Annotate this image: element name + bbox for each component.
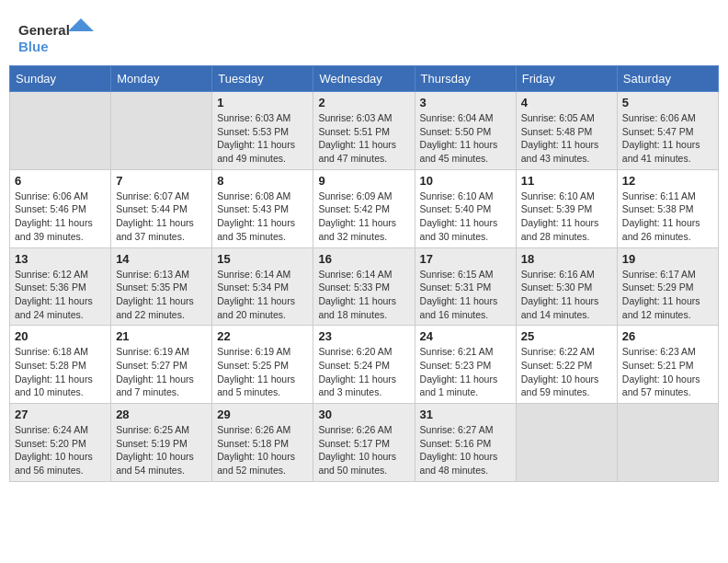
svg-text:Blue: Blue: [18, 39, 49, 54]
calendar-cell: 13Sunrise: 6:12 AMSunset: 5:36 PMDayligh…: [10, 247, 111, 326]
day-number: 15: [217, 252, 308, 266]
day-info: Sunrise: 6:12 AMSunset: 5:36 PMDaylight:…: [15, 268, 106, 322]
calendar-week-row: 1Sunrise: 6:03 AMSunset: 5:53 PMDaylight…: [10, 92, 719, 170]
day-number: 7: [116, 174, 207, 188]
calendar-cell: 25Sunrise: 6:22 AMSunset: 5:22 PMDayligh…: [516, 326, 617, 404]
calendar-cell: 28Sunrise: 6:25 AMSunset: 5:19 PMDayligh…: [111, 404, 212, 482]
calendar-cell: 6Sunrise: 6:06 AMSunset: 5:46 PMDaylight…: [10, 169, 111, 247]
calendar-week-row: 13Sunrise: 6:12 AMSunset: 5:36 PMDayligh…: [10, 247, 719, 326]
day-info: Sunrise: 6:07 AMSunset: 5:44 PMDaylight:…: [116, 190, 207, 244]
day-info: Sunrise: 6:22 AMSunset: 5:22 PMDaylight:…: [521, 345, 612, 399]
logo: General Blue: [18, 17, 101, 58]
day-info: Sunrise: 6:23 AMSunset: 5:21 PMDaylight:…: [622, 345, 713, 399]
weekday-header-tuesday: Tuesday: [212, 66, 313, 92]
day-number: 18: [521, 252, 612, 266]
calendar-cell: 5Sunrise: 6:06 AMSunset: 5:47 PMDaylight…: [617, 92, 718, 170]
calendar-week-row: 20Sunrise: 6:18 AMSunset: 5:28 PMDayligh…: [10, 326, 719, 404]
weekday-header-monday: Monday: [111, 66, 212, 92]
day-number: 29: [217, 408, 308, 421]
calendar-cell: 20Sunrise: 6:18 AMSunset: 5:28 PMDayligh…: [10, 326, 111, 404]
page-header: General Blue: [9, 9, 719, 62]
day-number: 5: [622, 96, 713, 109]
day-number: 22: [217, 329, 308, 343]
calendar-cell: 14Sunrise: 6:13 AMSunset: 5:35 PMDayligh…: [111, 247, 212, 326]
calendar-cell: 23Sunrise: 6:20 AMSunset: 5:24 PMDayligh…: [313, 326, 415, 404]
weekday-header-row: SundayMondayTuesdayWednesdayThursdayFrid…: [10, 66, 719, 92]
day-number: 12: [622, 174, 713, 188]
weekday-header-sunday: Sunday: [10, 66, 111, 92]
calendar-cell: 10Sunrise: 6:10 AMSunset: 5:40 PMDayligh…: [415, 169, 516, 247]
day-number: 30: [318, 408, 409, 421]
day-number: 26: [622, 329, 713, 343]
weekday-header-saturday: Saturday: [617, 66, 718, 92]
calendar-cell: [516, 404, 617, 482]
day-info: Sunrise: 6:11 AMSunset: 5:38 PMDaylight:…: [622, 190, 713, 244]
day-info: Sunrise: 6:04 AMSunset: 5:50 PMDaylight:…: [420, 111, 511, 166]
day-info: Sunrise: 6:17 AMSunset: 5:29 PMDaylight:…: [622, 268, 713, 322]
day-info: Sunrise: 6:16 AMSunset: 5:30 PMDaylight:…: [521, 268, 612, 322]
logo-svg: General Blue: [18, 17, 101, 58]
day-info: Sunrise: 6:24 AMSunset: 5:20 PMDaylight:…: [15, 423, 106, 477]
calendar-cell: 26Sunrise: 6:23 AMSunset: 5:21 PMDayligh…: [617, 326, 718, 404]
calendar-cell: 8Sunrise: 6:08 AMSunset: 5:43 PMDaylight…: [212, 169, 313, 247]
day-number: 23: [318, 329, 409, 343]
day-info: Sunrise: 6:18 AMSunset: 5:28 PMDaylight:…: [15, 345, 106, 399]
calendar-cell: 24Sunrise: 6:21 AMSunset: 5:23 PMDayligh…: [415, 326, 516, 404]
day-number: 25: [521, 329, 612, 343]
day-number: 17: [420, 252, 511, 266]
day-number: 24: [420, 329, 511, 343]
day-number: 9: [318, 174, 409, 188]
calendar-cell: 17Sunrise: 6:15 AMSunset: 5:31 PMDayligh…: [415, 247, 516, 326]
day-info: Sunrise: 6:27 AMSunset: 5:16 PMDaylight:…: [420, 423, 511, 477]
calendar-cell: 2Sunrise: 6:03 AMSunset: 5:51 PMDaylight…: [313, 92, 415, 170]
day-number: 28: [116, 408, 207, 421]
day-info: Sunrise: 6:09 AMSunset: 5:42 PMDaylight:…: [318, 190, 409, 244]
calendar-cell: 1Sunrise: 6:03 AMSunset: 5:53 PMDaylight…: [212, 92, 313, 170]
day-info: Sunrise: 6:06 AMSunset: 5:47 PMDaylight:…: [622, 111, 713, 166]
day-info: Sunrise: 6:03 AMSunset: 5:51 PMDaylight:…: [318, 111, 409, 166]
calendar-cell: 15Sunrise: 6:14 AMSunset: 5:34 PMDayligh…: [212, 247, 313, 326]
day-number: 14: [116, 252, 207, 266]
day-info: Sunrise: 6:19 AMSunset: 5:25 PMDaylight:…: [217, 345, 308, 399]
calendar-week-row: 27Sunrise: 6:24 AMSunset: 5:20 PMDayligh…: [10, 404, 719, 482]
calendar-cell: 22Sunrise: 6:19 AMSunset: 5:25 PMDayligh…: [212, 326, 313, 404]
calendar-cell: 31Sunrise: 6:27 AMSunset: 5:16 PMDayligh…: [415, 404, 516, 482]
day-number: 10: [420, 174, 511, 188]
day-number: 27: [15, 408, 106, 421]
day-info: Sunrise: 6:15 AMSunset: 5:31 PMDaylight:…: [420, 268, 511, 322]
day-number: 20: [15, 329, 106, 343]
day-info: Sunrise: 6:14 AMSunset: 5:34 PMDaylight:…: [217, 268, 308, 322]
day-info: Sunrise: 6:26 AMSunset: 5:17 PMDaylight:…: [318, 423, 409, 477]
day-info: Sunrise: 6:05 AMSunset: 5:48 PMDaylight:…: [521, 111, 612, 166]
calendar-cell: 9Sunrise: 6:09 AMSunset: 5:42 PMDaylight…: [313, 169, 415, 247]
day-info: Sunrise: 6:26 AMSunset: 5:18 PMDaylight:…: [217, 423, 308, 477]
day-info: Sunrise: 6:10 AMSunset: 5:40 PMDaylight:…: [420, 190, 511, 244]
day-number: 1: [217, 96, 308, 109]
calendar-cell: 21Sunrise: 6:19 AMSunset: 5:27 PMDayligh…: [111, 326, 212, 404]
day-number: 2: [318, 96, 409, 109]
day-number: 8: [217, 174, 308, 188]
calendar-cell: 30Sunrise: 6:26 AMSunset: 5:17 PMDayligh…: [313, 404, 415, 482]
day-number: 31: [420, 408, 511, 421]
calendar-cell: [10, 92, 111, 170]
day-info: Sunrise: 6:10 AMSunset: 5:39 PMDaylight:…: [521, 190, 612, 244]
day-number: 21: [116, 329, 207, 343]
calendar-cell: [617, 404, 718, 482]
day-info: Sunrise: 6:21 AMSunset: 5:23 PMDaylight:…: [420, 345, 511, 399]
day-number: 13: [15, 252, 106, 266]
day-number: 3: [420, 96, 511, 109]
day-number: 11: [521, 174, 612, 188]
svg-marker-1: [68, 18, 94, 31]
day-info: Sunrise: 6:03 AMSunset: 5:53 PMDaylight:…: [217, 111, 308, 166]
calendar-cell: 3Sunrise: 6:04 AMSunset: 5:50 PMDaylight…: [415, 92, 516, 170]
calendar-week-row: 6Sunrise: 6:06 AMSunset: 5:46 PMDaylight…: [10, 169, 719, 247]
day-info: Sunrise: 6:08 AMSunset: 5:43 PMDaylight:…: [217, 190, 308, 244]
calendar-cell: 18Sunrise: 6:16 AMSunset: 5:30 PMDayligh…: [516, 247, 617, 326]
calendar-cell: 16Sunrise: 6:14 AMSunset: 5:33 PMDayligh…: [313, 247, 415, 326]
day-info: Sunrise: 6:25 AMSunset: 5:19 PMDaylight:…: [116, 423, 207, 477]
day-number: 6: [15, 174, 106, 188]
svg-text:General: General: [18, 22, 70, 38]
weekday-header-thursday: Thursday: [415, 66, 516, 92]
day-number: 16: [318, 252, 409, 266]
day-number: 4: [521, 96, 612, 109]
